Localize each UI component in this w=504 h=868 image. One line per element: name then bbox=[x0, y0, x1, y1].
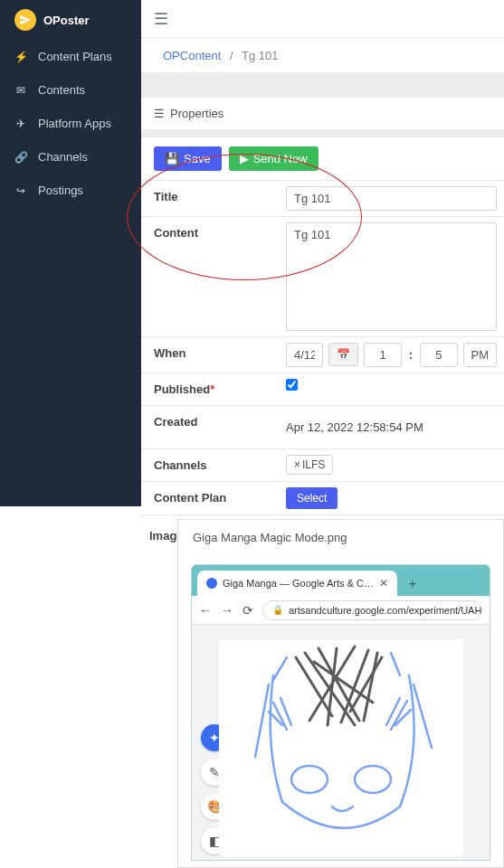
header-strip bbox=[141, 72, 504, 98]
ampm-select[interactable]: PM bbox=[463, 343, 498, 367]
envelope-icon: ✉ bbox=[14, 84, 27, 97]
select-plan-button[interactable]: Select bbox=[286, 487, 338, 509]
browser-tab[interactable]: Giga Manga — Google Arts & C… ✕ bbox=[197, 571, 397, 596]
sidebar-item-content-plans[interactable]: ⚡Content Plans bbox=[0, 40, 141, 73]
save-label: Save bbox=[184, 152, 211, 165]
tab-close-icon[interactable]: ✕ bbox=[379, 577, 388, 590]
content-label: Content bbox=[141, 217, 286, 336]
url-text: artsandculture.google.com/experiment/UAH… bbox=[289, 605, 482, 616]
send-label: Send Now bbox=[253, 152, 308, 165]
forward-icon[interactable]: → bbox=[221, 603, 233, 618]
row-when: When 📅 : PM bbox=[141, 337, 504, 373]
row-title: Title bbox=[141, 181, 504, 217]
when-minute-input[interactable] bbox=[420, 343, 457, 367]
play-icon: ▶ bbox=[240, 152, 249, 165]
browser-tabbar: Giga Manga — Google Arts & C… ✕ + bbox=[192, 565, 490, 596]
breadcrumb-sep: / bbox=[230, 49, 233, 62]
canvas-area: ✦ ✎ 🎨 ◧ ↻ bbox=[192, 625, 490, 860]
strip bbox=[141, 130, 504, 137]
brand: OPoster bbox=[0, 0, 141, 40]
browser-addrbar: ← → ⟳ 🔒 artsandculture.google.com/experi… bbox=[192, 596, 490, 625]
send-now-button[interactable]: ▶Send Now bbox=[229, 146, 319, 171]
share-icon: ↪ bbox=[14, 184, 27, 197]
image-preview-panel: Giga Manga Magic Mode.png Giga Manga — G… bbox=[177, 519, 504, 868]
bolt-icon: ⚡ bbox=[14, 51, 27, 63]
row-published: Published* bbox=[141, 373, 504, 406]
title-input[interactable] bbox=[286, 186, 497, 211]
when-date-input[interactable] bbox=[286, 343, 323, 367]
list-icon: ☰ bbox=[154, 107, 165, 120]
tab-favicon-icon bbox=[206, 578, 217, 589]
published-label: Published bbox=[154, 382, 210, 396]
properties-header: ☰ Properties bbox=[141, 98, 504, 130]
sidebar-item-contents[interactable]: ✉Contents bbox=[0, 73, 141, 107]
content-textarea[interactable] bbox=[286, 222, 497, 331]
link-icon: 🔗 bbox=[14, 151, 27, 164]
calendar-icon: 📅 bbox=[337, 348, 350, 361]
channel-chip[interactable]: ×ILFS bbox=[286, 455, 333, 475]
when-label: When bbox=[141, 337, 286, 373]
menu-toggle-icon[interactable]: ☰ bbox=[154, 9, 168, 29]
save-icon: 💾 bbox=[165, 152, 179, 165]
calendar-button[interactable]: 📅 bbox=[328, 343, 358, 366]
sidebar-item-label: Postings bbox=[38, 184, 83, 197]
time-colon: : bbox=[407, 343, 414, 367]
required-mark: * bbox=[210, 382, 214, 396]
lock-icon: 🔒 bbox=[272, 605, 283, 615]
action-bar: 💾Save ▶Send Now bbox=[141, 137, 504, 181]
published-checkbox[interactable] bbox=[286, 379, 298, 391]
plan-label: Content Plan bbox=[141, 482, 286, 514]
save-button[interactable]: 💾Save bbox=[154, 146, 222, 171]
brand-label: OPoster bbox=[43, 14, 90, 27]
created-label: Created bbox=[141, 406, 286, 448]
browser-window: Giga Manga — Google Arts & C… ✕ + ← → ⟳ … bbox=[191, 564, 490, 861]
tab-title: Giga Manga — Google Arts & C… bbox=[223, 578, 374, 589]
row-content-plan: Content Plan Select bbox=[141, 482, 504, 515]
svg-point-0 bbox=[291, 766, 328, 793]
sidebar-item-label: Platform Apps bbox=[38, 117, 111, 130]
sidebar-item-label: Content Plans bbox=[38, 50, 112, 63]
row-channels: Channels ×ILFS bbox=[141, 449, 504, 482]
back-icon[interactable]: ← bbox=[199, 603, 212, 618]
drawing-canvas[interactable] bbox=[219, 639, 463, 856]
properties-label: Properties bbox=[170, 107, 223, 120]
chip-remove-icon[interactable]: × bbox=[294, 458, 300, 471]
brand-logo-icon bbox=[14, 9, 36, 31]
breadcrumb-current: Tg 101 bbox=[242, 49, 278, 62]
when-hour-input[interactable] bbox=[364, 343, 401, 367]
sidebar-item-label: Contents bbox=[38, 83, 85, 97]
channels-label: Channels bbox=[141, 449, 286, 481]
sidebar-item-label: Channels bbox=[38, 150, 88, 164]
row-created: Created Apr 12, 2022 12:58:54 PM bbox=[141, 406, 504, 449]
reload-icon[interactable]: ⟳ bbox=[242, 603, 253, 618]
row-content: Content bbox=[141, 217, 504, 337]
created-value: Apr 12, 2022 12:58:54 PM bbox=[286, 411, 423, 443]
sidebar-item-platform-apps[interactable]: ✈Platform Apps bbox=[0, 107, 141, 140]
breadcrumb-parent[interactable]: OPContent bbox=[163, 49, 221, 62]
sidebar-item-channels[interactable]: 🔗Channels bbox=[0, 140, 141, 174]
title-label: Title bbox=[141, 181, 286, 216]
plane-icon: ✈ bbox=[14, 118, 27, 130]
image-filename: Giga Manga Magic Mode.png bbox=[178, 520, 503, 555]
svg-point-1 bbox=[355, 766, 391, 793]
chip-label: ILFS bbox=[302, 458, 325, 471]
breadcrumb: OPContent / Tg 101 bbox=[141, 38, 504, 71]
new-tab-button[interactable]: + bbox=[401, 572, 424, 596]
address-input[interactable]: 🔒 artsandculture.google.com/experiment/U… bbox=[262, 600, 482, 620]
sidebar-item-postings[interactable]: ↪Postings bbox=[0, 174, 141, 207]
topbar: ☰ bbox=[141, 0, 504, 38]
